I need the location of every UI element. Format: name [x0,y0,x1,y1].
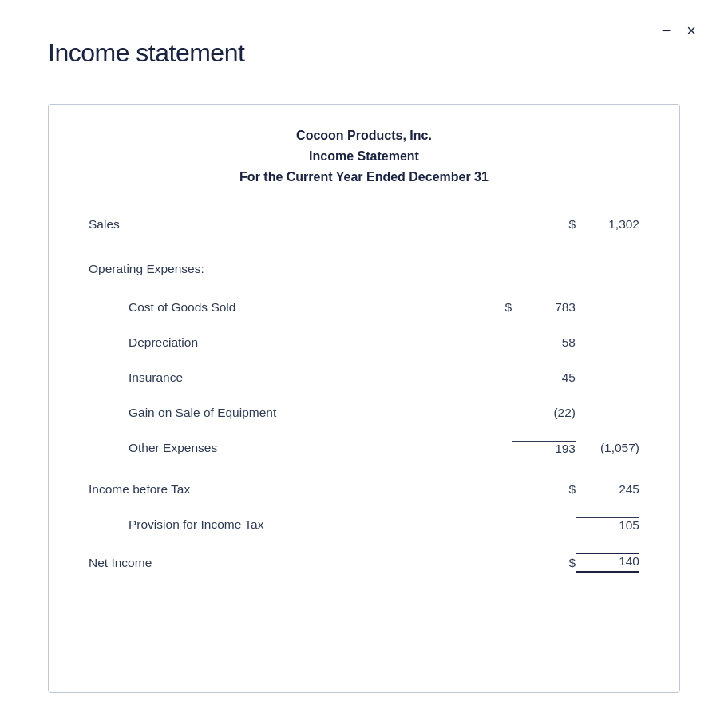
net-income-dollar: $ [552,556,576,570]
cogs-dollar: $ [488,300,512,315]
net-income-amount: 140 [576,553,639,573]
cogs-amount: 783 [512,300,576,315]
provision-amount: 105 [576,517,639,533]
close-button[interactable]: × [686,22,696,38]
statement-type: Income Statement [89,149,639,164]
cogs-row: Cost of Goods Sold $ 783 [89,290,639,325]
provision-row: Provision for Income Tax 105 [89,507,639,542]
sales-dollar: $ [552,217,576,232]
income-before-tax-dollar: $ [552,482,576,497]
insurance-row: Insurance 45 [89,360,639,395]
page-title: Income statement [48,38,244,68]
gain-label: Gain on Sale of Equipment [89,406,276,420]
sales-row: Sales $ 1,302 [89,207,639,242]
sales-amount: 1,302 [576,217,639,232]
operating-expenses-row: Operating Expenses: [89,252,639,287]
gain-amount: (22) [512,406,576,420]
company-name: Cocoon Products, Inc. [89,129,639,143]
other-expenses-amount: 193 [512,441,576,456]
statement-header: Cocoon Products, Inc. Income Statement F… [89,129,639,184]
depreciation-row: Depreciation 58 [89,325,639,360]
depreciation-label: Depreciation [89,335,198,350]
insurance-amount: 45 [512,370,576,385]
gain-row: Gain on Sale of Equipment (22) [89,395,639,430]
other-expenses-label: Other Expenses [89,441,217,455]
operating-expenses-label: Operating Expenses: [89,262,204,276]
statement-period: For the Current Year Ended December 31 [89,170,639,184]
net-income-row: Net Income $ 140 [89,545,639,580]
net-income-label: Net Income [89,556,152,570]
statement-body: Sales $ 1,302 Operating Expenses: Cost o… [89,207,639,580]
income-before-tax-label: Income before Tax [89,482,190,497]
minimize-button[interactable]: − [662,22,671,38]
provision-label: Provision for Income Tax [89,517,263,532]
sales-label: Sales [89,217,120,232]
statement-container: Cocoon Products, Inc. Income Statement F… [48,104,680,693]
other-expenses-row: Other Expenses 193 (1,057) [89,430,639,466]
insurance-label: Insurance [89,370,183,385]
income-before-tax-row: Income before Tax $ 245 [89,472,639,507]
cogs-label: Cost of Goods Sold [89,300,235,315]
depreciation-amount: 58 [512,335,576,350]
income-before-tax-amount: 245 [576,482,639,497]
other-expenses-total: (1,057) [576,441,639,455]
